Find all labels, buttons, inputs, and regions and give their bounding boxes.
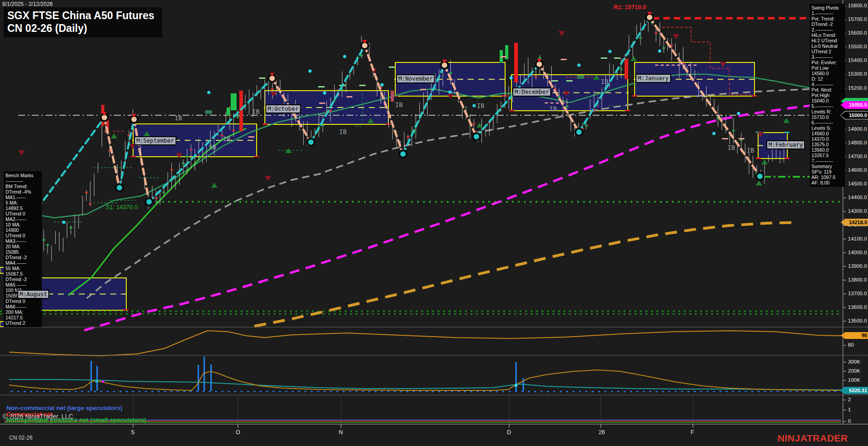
- panel-tick-label: 200K: [848, 368, 860, 374]
- bench-marks-line: UTrend 0: [5, 233, 40, 238]
- bench-marks-line: 200 MA:: [5, 309, 40, 315]
- s1-level-label: S1: 14370.0: [106, 204, 138, 210]
- price-tick-label: 13900.0: [848, 263, 867, 269]
- x-axis-label-F: F: [691, 429, 694, 436]
- swing-pivots-line: Lo:0 Neutral: [811, 43, 843, 49]
- swing-pivots-line: Pvt Low: [811, 65, 843, 71]
- ib-label: IB: [252, 108, 259, 115]
- panel-tick-label: 300K: [848, 359, 860, 364]
- bench-marks-line: MA1.------: [5, 195, 40, 200]
- swing-pivots-line: 3.-----------: [811, 54, 843, 60]
- month-box-label-february[interactable]: M:February: [766, 140, 805, 149]
- swing-pivots-line: 14560.0: [811, 71, 843, 76]
- price-tick-label: 14400.0: [848, 195, 867, 200]
- panel-tick-label: 0: [848, 418, 851, 424]
- swing-pivots-line: 13560.0: [811, 147, 843, 153]
- chart-canvas[interactable]: [0, 0, 868, 446]
- swing-pivots-line: 14370.0: [811, 136, 843, 142]
- x-axis-label-D: D: [507, 429, 511, 436]
- price-tick-label: 14700.0: [848, 154, 867, 159]
- x-axis-label-N: N: [339, 429, 343, 436]
- price-tick-label: 15400.0: [848, 57, 867, 63]
- month-box-label-january[interactable]: M:January: [636, 74, 671, 83]
- bench-marks-line: DTrend -2: [5, 277, 40, 282]
- bench-marks-line: 20 MA:: [5, 244, 40, 249]
- ninjatrader-logo: NINJATRADER: [778, 433, 848, 444]
- month-box-label-november[interactable]: M:November: [396, 74, 435, 83]
- bench-marks-line: 14892.5: [5, 205, 40, 211]
- bench-marks-line: 10 MA:: [5, 222, 40, 227]
- price-tick-label: 14300.0: [848, 208, 867, 214]
- swing-pivots-line: D: 12: [811, 76, 843, 82]
- swing-pivots-line: Hi:2 UTrend: [811, 38, 843, 43]
- price-marker-ma200: 14218.0: [841, 219, 868, 226]
- ib-label: IB: [175, 114, 182, 122]
- swing-pivots-line: HiLo Trend:: [811, 32, 843, 38]
- swing-pivots-line: 15040.0: [811, 98, 843, 103]
- oscillator-marker: 98: [841, 332, 868, 339]
- ib-label: IB: [728, 144, 735, 151]
- price-tick-label: 15200.0: [848, 85, 867, 91]
- swing-pivots-line: 15710.0: [811, 114, 843, 120]
- month-box-label-december[interactable]: M:December: [512, 87, 551, 97]
- month-box-label-october[interactable]: M:October: [265, 104, 301, 113]
- x-axis-label-26: 26: [599, 429, 605, 436]
- swing-pivots-panel: Swing Pivots1.-----------Pvt. Trend:DTre…: [810, 4, 845, 187]
- chart-title-line1: SGX FTSE China A50 Futures: [7, 9, 158, 22]
- ib-label: IB: [601, 78, 608, 85]
- price-tick-label: 14800.0: [848, 140, 867, 145]
- bench-marks-line: MA4.------: [5, 260, 40, 266]
- ib-label: IB: [223, 135, 230, 143]
- price-tick-label: 14900.0: [848, 126, 867, 132]
- bench-marks-line: MA3.------: [5, 238, 40, 244]
- swing-pivots-line: Summary: [811, 164, 843, 169]
- month-box-label-august[interactable]: M:August: [17, 290, 49, 299]
- bench-marks-line: 55 MA:: [5, 266, 40, 271]
- price-tick-label: 13600.0: [848, 304, 867, 310]
- ib-label: IB: [477, 102, 484, 109]
- bench-marks-line: DTrend 0: [5, 298, 40, 304]
- swing-pivots-line: AR: 1097.5: [811, 174, 843, 180]
- month-box-label-september[interactable]: M:September: [134, 136, 176, 145]
- bench-marks-line: UTrend 2: [5, 320, 40, 326]
- ib-label: IB: [209, 144, 216, 151]
- bench-marks-line: BM Trend:: [5, 184, 40, 189]
- bench-marks-line: MA2.------: [5, 216, 40, 222]
- swing-pivots-line: 13267.5: [811, 153, 843, 158]
- cot-legend-nonreportable: Nonreportable positions net (small specu…: [6, 416, 146, 423]
- bench-marks-line: -----------: [5, 178, 40, 184]
- price-tick-label: 14100.0: [848, 236, 867, 241]
- swing-pivots-line: Swing Pivots: [811, 5, 843, 10]
- x-axis-label-O: O: [236, 429, 240, 436]
- swing-pivots-line: 2.-----------: [811, 27, 843, 32]
- swing-pivots-line: 1.-----------: [811, 10, 843, 16]
- panel-tick-label: 100K: [848, 377, 860, 383]
- swing-pivots-line: AF: 8.00: [811, 180, 843, 185]
- price-tick-label: 13700.0: [848, 291, 867, 296]
- bench-marks-panel: Bench Marks-----------BM Trend:DTrend -4…: [4, 171, 42, 327]
- bench-marks-line: DTrend -2: [5, 255, 40, 260]
- swing-pivots-line: 13575.0: [811, 142, 843, 147]
- instrument-label: CN 02-26: [9, 435, 32, 441]
- swing-pivots-line: SP's: 119: [811, 169, 843, 174]
- panel-tick-label: 2: [848, 397, 851, 402]
- r1-level-label: R1: 15710.0: [614, 4, 646, 10]
- bench-marks-line: 14900: [5, 227, 40, 233]
- price-tick-label: 13500.0: [848, 318, 867, 323]
- ib-label: IB: [549, 105, 557, 113]
- price-marker-ma100: 15055.5: [841, 101, 868, 109]
- panel-tick-label: 1: [848, 407, 851, 412]
- ib-label: IB: [339, 128, 346, 135]
- price-tick-label: 15800.0: [848, 3, 867, 8]
- swing-pivots-line: 4.-----------: [811, 82, 843, 87]
- price-marker-last: 15000.0: [841, 112, 868, 119]
- price-tick-label: 14500.0: [848, 181, 867, 186]
- panel-tick-label: 80: [848, 342, 854, 348]
- bench-marks-line: 15085: [5, 249, 40, 255]
- swing-pivots-line: 6.-----------: [811, 120, 843, 125]
- swing-pivots-line: 5.-----------: [811, 103, 843, 109]
- ib-label: IB: [395, 101, 403, 108]
- volume-marker: 5320.31: [840, 387, 868, 394]
- bench-marks-line: 15067.5: [5, 271, 40, 277]
- chart-title-line2: CN 02-26 (Daily): [7, 22, 158, 35]
